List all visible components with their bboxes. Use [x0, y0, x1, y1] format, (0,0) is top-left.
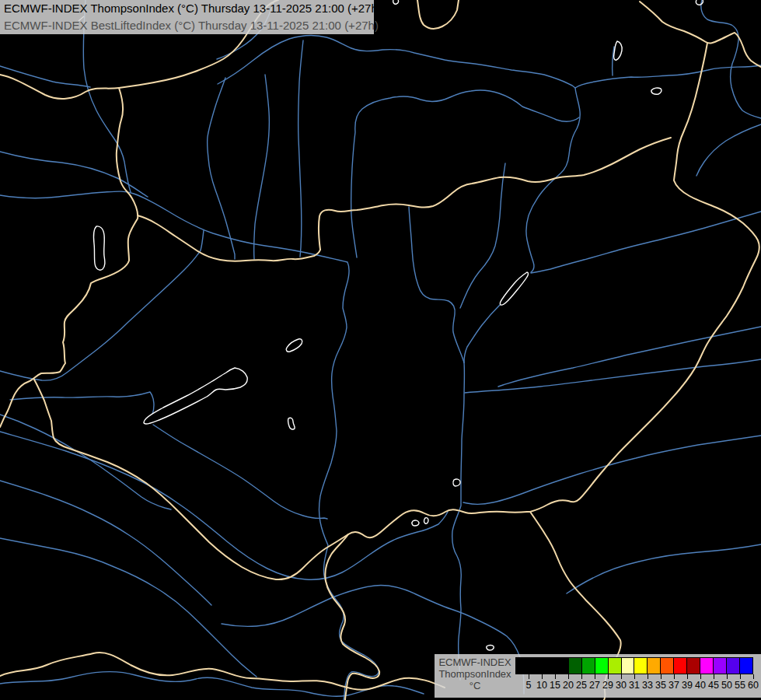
legend-tick [608, 674, 609, 679]
legend-tick [753, 674, 754, 679]
river-tisza-east [575, 65, 761, 88]
lake-velence [286, 339, 302, 352]
lake-tisza [500, 272, 528, 305]
lake-small-pair-a [412, 520, 419, 526]
lake-small-pair-b [424, 518, 429, 524]
legend-tick-label: 60 [748, 680, 759, 691]
legend-tick-label: 35 [655, 680, 666, 691]
border-czech-austria [0, 75, 119, 99]
legend-tick-label: 40 [695, 680, 706, 691]
lake-neusiedl [93, 226, 104, 270]
legend-tick [581, 674, 582, 679]
lake-zemplinska [614, 41, 623, 60]
river-southwest-a [0, 481, 211, 605]
lake-small-west [288, 418, 295, 429]
legend-tick-label: 55 [735, 680, 745, 691]
legend-tick-label: 37 [668, 680, 679, 691]
legend-tick-label: 33 [642, 680, 653, 691]
legend-tick [648, 674, 648, 679]
legend-tick [595, 674, 595, 679]
river-bodrog [613, 47, 614, 75]
map-canvas [0, 0, 761, 700]
lake-small-south [487, 646, 494, 651]
panel-layer [0, 0, 761, 698]
legend-tick-label: 25 [576, 680, 587, 691]
river-zala [10, 392, 154, 422]
river-bega [567, 544, 761, 593]
river-layer [0, 0, 761, 700]
legend-tick [740, 674, 741, 679]
river-dyje [0, 66, 90, 87]
legend-tick-label: 5 [526, 680, 532, 691]
legend-tick [568, 674, 569, 679]
lake-balaton [144, 368, 247, 424]
title-line-thompson: ECMWF-INDEX ThompsonIndex (°C) Thursday … [0, 0, 374, 17]
river-vah-band [351, 90, 579, 257]
legend-tick [661, 674, 662, 679]
legend-tick [700, 674, 701, 679]
weather-map: ECMWF-INDEX ThompsonIndex (°C) Thursday … [0, 0, 761, 700]
legend-tick-label: 45 [708, 680, 719, 691]
legend-tick-label: 15 [550, 680, 560, 691]
river-danube [0, 191, 379, 700]
river-upper-tisza-corner [701, 0, 761, 118]
river-nitra [208, 78, 235, 259]
border-slovakia-hungary-east [319, 138, 671, 250]
lake-speck-north [393, 0, 399, 4]
border-sava [0, 653, 445, 690]
border-northeast-corner [640, 2, 761, 67]
river-koros-branch [498, 327, 761, 387]
border-poland-slovakia [417, 0, 459, 29]
legend-tick [727, 674, 728, 679]
legend-tick [542, 674, 543, 679]
river-hron [298, 40, 303, 257]
legend-ticks: 51015202527293031333537394045505560 [435, 654, 761, 698]
title-block: ECMWF-INDEX ThompsonIndex (°C) Thursday … [0, 0, 374, 34]
legend-tick-label: 30 [616, 680, 627, 691]
river-east-1 [696, 124, 761, 176]
legend-tick [555, 674, 556, 679]
river-vah-lower [254, 75, 270, 259]
river-maros [463, 436, 761, 504]
river-szamos [531, 212, 761, 273]
legend-tick [634, 674, 635, 679]
lake-small-east [651, 88, 662, 94]
river-drava [0, 432, 448, 579]
river-tisza-below-lake [464, 305, 500, 362]
river-tisza-south [452, 362, 465, 680]
legend-tick-label: 31 [629, 680, 640, 691]
river-sava [0, 672, 424, 697]
legend-tick-label: 50 [721, 680, 732, 691]
legend-tick-label: 39 [682, 680, 693, 691]
title-line-bestlifted: ECMWF-INDEX BestLiftedIndex (°C) Thursda… [0, 17, 374, 34]
border-croatia-serbia [325, 534, 379, 700]
legend-tick [529, 674, 529, 679]
legend-tick-label: 27 [589, 680, 600, 691]
legend-tick [621, 674, 622, 679]
legend: ECMWF-INDEX ThompsonIndex °C 51015202527… [435, 654, 761, 698]
legend-tick [714, 674, 714, 679]
legend-tick-label: 20 [563, 680, 574, 691]
river-mur [0, 415, 171, 509]
legend-tick [687, 674, 688, 679]
border-layer [0, 0, 761, 700]
lake-small-center [453, 479, 460, 486]
legend-tick-label: 29 [602, 680, 613, 691]
river-southwest-b [0, 538, 257, 677]
legend-tick [674, 674, 675, 679]
river-slovakia-north [218, 36, 580, 272]
river-koros [465, 359, 761, 393]
legend-tick-label: 10 [536, 680, 547, 691]
river-zagyva [409, 207, 464, 362]
